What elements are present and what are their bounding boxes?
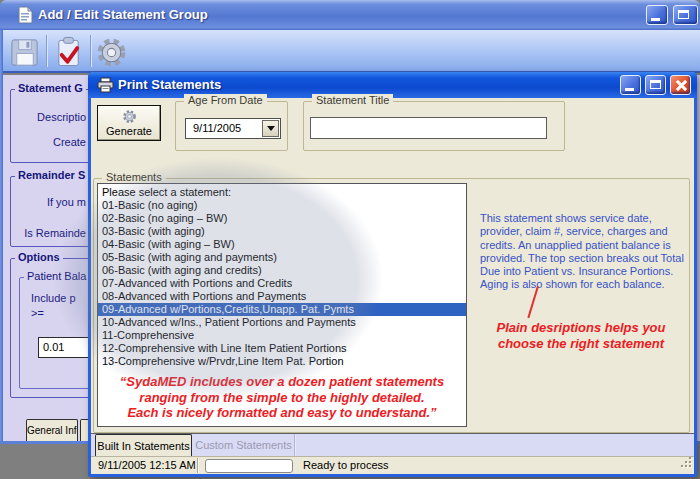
if-you-label: If you m [0,196,86,208]
chevron-down-icon [267,126,275,131]
print-statements-dialog: Print Statements Generate Age From Date … [88,72,697,477]
statement-title-input[interactable] [310,117,547,139]
parent-window-title: Add / Edit Statement Group [38,0,208,30]
generate-button[interactable]: Generate [97,105,161,141]
progress-bar [205,459,293,473]
document-icon [17,6,33,28]
statusbar-separator [197,458,198,473]
close-icon [676,80,687,91]
screenshot-root: Add / Edit Statement Group [0,0,700,479]
remainder-group-box-title: Remainder S [15,169,88,181]
amount-input[interactable]: 0.01 [38,337,92,358]
list-item[interactable]: 06-Basic (with aging and credits) [98,264,466,277]
dialog-maximize-button[interactable] [645,75,666,95]
list-item[interactable]: 02-Basic (no aging – BW) [98,212,466,225]
list-item-selected[interactable]: 09-Advanced w/Portions,Credits,Unapp. Pa… [98,303,466,316]
toolbar-separator [46,35,47,67]
gte-label: >= [31,307,44,319]
toolbar-separator [90,35,91,67]
save-button[interactable] [5,34,43,70]
minimize-icon [651,18,660,21]
clipboard-check-icon [53,36,84,68]
settings-button[interactable] [92,34,130,70]
generate-button-label: Generate [106,125,152,137]
gear-icon [95,36,128,69]
statement-title-group: Statement Title [303,101,565,151]
dialog-minimize-button[interactable] [620,75,641,95]
statement-group-box-title: Statement G [15,82,86,94]
list-item[interactable]: 12-Comprehensive with Line Item Patient … [98,342,466,355]
is-remainder-label: Is Remainde [0,227,86,239]
gear-icon [122,109,137,124]
list-item[interactable]: 10-Advanced w/Ins., Patient Portions and… [98,316,466,329]
status-timestamp: 9/11/2005 12:15 AM [98,457,196,474]
age-from-date-value: 9/11/2005 [193,119,241,138]
tab-general-info[interactable]: General Info [26,419,78,441]
minimize-icon [625,88,634,91]
dialog-content: Generate Age From Date 9/11/2005 Stateme… [91,98,694,474]
patient-balance-title: Patient Bala [24,270,89,282]
list-item[interactable]: 07-Advanced with Portions and Credits [98,277,466,290]
statement-description: This statement shows service date, provi… [480,212,690,292]
include-label: Include p [31,292,76,304]
save-floppy-icon [9,37,40,68]
age-from-date-label: Age From Date [184,94,267,106]
annotation-right-note: Plain desriptions helps you choose the r… [479,320,683,352]
printer-icon [97,77,114,97]
created-label: Create [0,136,86,148]
list-item[interactable]: 13-Comprehensive w/Prvdr,Line Item Pat. … [98,355,466,368]
statement-group-box: Statement G [10,89,95,163]
parent-maximize-button[interactable] [673,5,698,25]
list-item[interactable]: 05-Basic (with aging and payments) [98,251,466,264]
dialog-close-button[interactable] [670,75,691,95]
list-item[interactable]: Please select a statement: [98,186,466,199]
status-message: Ready to process [303,457,389,474]
list-item[interactable]: 03-Basic (with aging) [98,225,466,238]
dialog-tabstrip: Built In Statements Custom Statements [91,433,694,456]
combobox-dropdown-button[interactable] [262,120,279,137]
parent-toolbar [0,30,700,73]
verify-button[interactable] [49,34,87,70]
resize-grip-icon[interactable] [680,454,692,472]
list-item[interactable]: 08-Advanced with Portions and Payments [98,290,466,303]
dialog-statusbar: 9/11/2005 12:15 AM Ready to process [91,456,694,474]
age-from-date-combobox[interactable]: 9/11/2005 [185,118,281,139]
options-group-box-title: Options [15,251,63,263]
maximize-icon [650,80,661,89]
age-from-date-group: Age From Date 9/11/2005 [175,101,288,151]
list-item[interactable]: 01-Basic (no aging) [98,199,466,212]
parent-titlebar: Add / Edit Statement Group [0,0,700,30]
description-label: Descriptio [0,111,86,123]
list-item[interactable]: 11-Comprehensive [98,329,466,342]
statement-title-label: Statement Title [312,94,393,106]
parent-minimize-button[interactable] [646,5,668,25]
maximize-icon [678,10,689,19]
list-item[interactable]: 04-Basic (with aging – BW) [98,238,466,251]
tab-built-in-statements[interactable]: Built In Statements [95,434,192,457]
tab-custom-statements[interactable]: Custom Statements [193,434,295,457]
statements-label: Statements [102,171,166,183]
annotation-quote: “SydaMED includes over a dozen patient s… [97,374,467,421]
